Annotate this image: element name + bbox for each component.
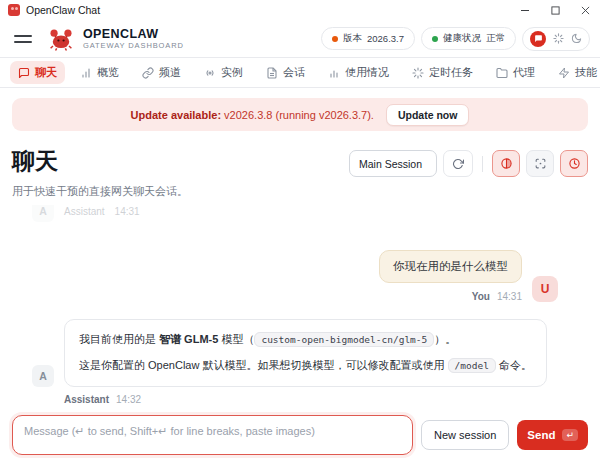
main-nav: 聊天 概览 频道 实例 会话 使用情况 定时任务 代理 技能 节点 — [0, 58, 600, 88]
avatar: A — [32, 205, 54, 222]
session-input[interactable] — [349, 150, 437, 177]
brand-subtitle: GATEWAY DASHBOARD — [83, 41, 184, 50]
tab-cron[interactable]: 定时任务 — [404, 61, 481, 84]
message-sender: You — [472, 291, 490, 302]
message-sender: Assistant — [64, 394, 109, 405]
new-session-button[interactable]: New session — [421, 420, 509, 450]
avatar: A — [32, 365, 54, 387]
chat-icon — [18, 67, 30, 79]
brand-name: OPENCLAW — [83, 27, 184, 41]
tab-sessions[interactable]: 会话 — [258, 61, 313, 84]
update-banner: Update available: v2026.3.8 (running v20… — [12, 98, 588, 131]
user-message-bubble: 你现在用的是什么模型 — [379, 250, 522, 283]
message-sender: Assistant — [64, 206, 105, 217]
link-icon — [142, 67, 154, 79]
health-badge: 健康状况 正常 — [421, 27, 516, 50]
message-time: 14:31 — [115, 206, 140, 217]
sparkle-icon[interactable] — [553, 33, 564, 44]
refresh-button[interactable] — [443, 150, 473, 177]
chat-bubble-icon[interactable] — [530, 31, 546, 47]
app-icon — [8, 4, 20, 16]
assistant-message-bubble: 我目前使用的是 智谱 GLM-5 模型（custom-open-bigmodel… — [64, 319, 547, 387]
focus-icon — [534, 157, 547, 170]
assistant-message: A 我目前使用的是 智谱 GLM-5 模型（custom-open-bigmod… — [32, 319, 558, 405]
bar-chart-icon — [80, 67, 92, 79]
assistant-paragraph: 我目前使用的是 智谱 GLM-5 模型（custom-open-bigmodel… — [79, 330, 532, 349]
app-header: OPENCLAW GATEWAY DASHBOARD 版本 2026.3.7 健… — [0, 20, 600, 58]
partial-message: A Assistant 14:31 — [32, 205, 558, 222]
toolbar-divider — [482, 156, 483, 172]
avatar: U — [532, 276, 558, 302]
stream-toggle-button[interactable] — [492, 150, 520, 177]
lobster-logo-icon — [48, 26, 74, 52]
chat-scroll-area[interactable]: A Assistant 14:31 你现在用的是什么模型 You 14:31 U… — [0, 205, 600, 411]
split-circle-icon — [500, 157, 513, 170]
tab-skills[interactable]: 技能 — [550, 61, 600, 84]
update-banner-text: Update available: v2026.3.8 (running v20… — [131, 109, 374, 121]
history-button[interactable] — [560, 150, 588, 177]
send-button[interactable]: Send ↵ — [517, 420, 588, 450]
model-command-code: /model — [448, 358, 496, 373]
close-button[interactable] — [570, 0, 600, 20]
version-dot-icon — [332, 36, 338, 42]
user-message: 你现在用的是什么模型 You 14:31 U — [32, 250, 558, 302]
tab-usage[interactable]: 使用情况 — [320, 61, 397, 84]
tab-chat[interactable]: 聊天 — [10, 61, 65, 84]
assistant-paragraph: 这是你配置的 OpenClaw 默认模型。如果想切换模型，可以修改配置或使用 /… — [79, 356, 532, 375]
header-quick-actions — [522, 27, 590, 51]
tab-instances[interactable]: 实例 — [196, 61, 251, 84]
file-icon — [266, 67, 278, 79]
enter-key-badge: ↵ — [562, 429, 578, 441]
folder-icon — [496, 67, 508, 79]
broadcast-icon — [204, 67, 216, 79]
maximize-button[interactable] — [540, 0, 570, 20]
window-titlebar: OpenClaw Chat — [0, 0, 600, 20]
tab-agents[interactable]: 代理 — [488, 61, 543, 84]
refresh-icon — [452, 158, 464, 170]
zap-icon — [558, 67, 570, 79]
tab-overview[interactable]: 概览 — [72, 61, 127, 84]
health-dot-icon — [432, 36, 438, 42]
version-badge: 版本 2026.3.7 — [321, 27, 415, 50]
model-id-code: custom-open-bigmodel-cn/glm-5 — [254, 332, 434, 347]
window-title: OpenClaw Chat — [26, 4, 100, 16]
tab-channels[interactable]: 频道 — [134, 61, 189, 84]
composer: New session Send ↵ — [0, 405, 600, 468]
message-input[interactable] — [12, 415, 413, 455]
session-toolbar — [349, 150, 588, 177]
bar-chart-icon — [328, 67, 340, 79]
page-title: 聊天 — [12, 146, 188, 177]
minimize-button[interactable] — [510, 0, 540, 20]
message-time: 14:31 — [497, 291, 522, 302]
focus-button[interactable] — [526, 150, 554, 177]
clock-icon — [568, 157, 581, 170]
page-subtitle: 用于快速干预的直接网关聊天会话。 — [12, 184, 188, 199]
update-now-button[interactable]: Update now — [386, 104, 470, 126]
menu-icon[interactable] — [14, 31, 32, 47]
loader-icon — [412, 67, 424, 79]
message-time: 14:32 — [116, 394, 141, 405]
moon-icon[interactable] — [571, 33, 582, 44]
